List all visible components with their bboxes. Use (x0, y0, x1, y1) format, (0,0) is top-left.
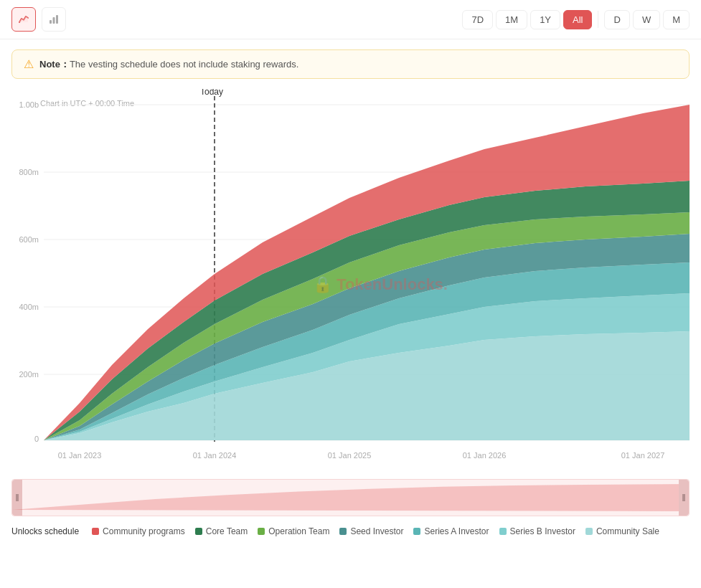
chart-area: Chart in UTC + 00:00 Time 1.00b 800m 600… (11, 89, 690, 479)
svg-text:600m: 600m (19, 235, 39, 244)
legend-dot-series-a (413, 528, 420, 535)
legend-item-community-sale: Community Sale (585, 526, 659, 536)
legend-dot-community-sale (585, 528, 593, 535)
svg-text:01 Jan 2023: 01 Jan 2023 (58, 451, 102, 460)
legend-label-core-team: Core Team (206, 526, 248, 536)
header-divider (598, 11, 598, 28)
legend-dot-series-b (499, 528, 507, 535)
7d-button[interactable]: 7D (462, 10, 493, 29)
month-button[interactable]: M (663, 10, 690, 29)
svg-text:800m: 800m (19, 168, 39, 176)
week-button[interactable]: W (633, 10, 660, 29)
scroll-handle-right[interactable] (679, 480, 689, 516)
bar-chart-icon (48, 14, 60, 25)
1m-button[interactable]: 1M (496, 10, 527, 29)
main-chart-svg: 1.00b 800m 600m 400m 200m 0 01 Jan 2023 … (11, 89, 690, 476)
legend-label-operation-team: Operation Team (268, 526, 329, 536)
warning-icon: ⚠ (24, 57, 34, 71)
all-button[interactable]: All (563, 10, 592, 29)
line-chart-button[interactable] (11, 7, 36, 32)
legend-dot-operation-team (258, 528, 265, 535)
svg-text:400m: 400m (19, 303, 39, 311)
legend-item-series-a: Series A Investor (413, 526, 489, 536)
note-banner: ⚠ Note：The vesting schedule does not inc… (11, 49, 690, 79)
svg-text:1.00b: 1.00b (19, 100, 39, 109)
mini-chart-svg (12, 484, 689, 511)
day-button[interactable]: D (604, 10, 629, 29)
legend-item-operation-team: Operation Team (258, 526, 329, 536)
1y-button[interactable]: 1Y (530, 10, 560, 29)
svg-text:01 Jan 2027: 01 Jan 2027 (621, 451, 665, 460)
legend-label-community-programs: Community programs (103, 526, 185, 536)
legend-item-series-b: Series B Investor (499, 526, 575, 536)
legend-dot-seed-investor (339, 528, 347, 535)
legend-label-community-sale: Community Sale (596, 526, 659, 536)
legend-label-series-b: Series B Investor (510, 526, 575, 536)
chart-svg-wrapper: 1.00b 800m 600m 400m 200m 0 01 Jan 2023 … (11, 89, 690, 479)
note-label: Note： (39, 59, 70, 70)
svg-text:01 Jan 2025: 01 Jan 2025 (328, 451, 372, 460)
note-text: The vesting schedule does not include st… (70, 59, 298, 70)
header-left (11, 7, 66, 32)
legend-item-seed-investor: Seed Investor (339, 526, 403, 536)
legend-item-core-team: Core Team (195, 526, 248, 536)
legend-label-series-a: Series A Investor (424, 526, 489, 536)
svg-text:200m: 200m (19, 370, 39, 379)
svg-text:Today: Today (200, 89, 223, 97)
right-handle-icon (682, 493, 686, 503)
svg-rect-2 (56, 15, 58, 24)
mini-chart-inner (12, 484, 689, 511)
bar-chart-button[interactable] (42, 7, 66, 32)
svg-rect-0 (50, 20, 52, 24)
mini-chart[interactable] (11, 479, 690, 516)
line-chart-icon (18, 14, 29, 25)
svg-text:01 Jan 2026: 01 Jan 2026 (463, 451, 507, 460)
svg-text:🔒 TokenUnlocks.: 🔒 TokenUnlocks. (313, 275, 448, 294)
legend-title: Unlocks schedule (11, 526, 79, 536)
header: 7D 1M 1Y All D W M (0, 0, 701, 39)
legend-label-seed-investor: Seed Investor (350, 526, 403, 536)
header-right: 7D 1M 1Y All D W M (462, 10, 690, 29)
svg-rect-1 (53, 17, 55, 24)
svg-text:01 Jan 2024: 01 Jan 2024 (193, 451, 237, 460)
legend: Unlocks schedule Community programs Core… (0, 516, 701, 544)
svg-text:0: 0 (34, 435, 39, 443)
legend-item-community-programs: Community programs (92, 526, 185, 536)
legend-dot-core-team (195, 528, 202, 535)
legend-dot-community-programs (92, 528, 99, 535)
